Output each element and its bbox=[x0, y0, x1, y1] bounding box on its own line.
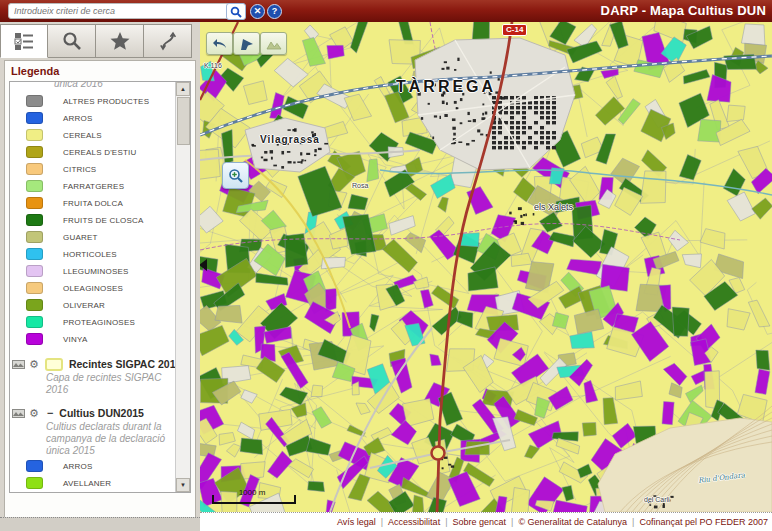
legend-swatch bbox=[26, 299, 43, 311]
legend-listbox: única 2016 ALTRES PRODUCTESARROSCEREALSC… bbox=[9, 81, 191, 493]
legend-item-label: PROTEAGINOSES bbox=[63, 318, 135, 327]
legend-item-label: GUARET bbox=[63, 233, 98, 242]
legend-swatch bbox=[26, 248, 43, 260]
footer-link[interactable]: Accessibilitat bbox=[388, 517, 440, 527]
panel-title: Llegenda bbox=[11, 65, 59, 77]
legend-content: única 2016 ALTRES PRODUCTESARROSCEREALSC… bbox=[10, 82, 175, 493]
layer-zoom-icon[interactable] bbox=[12, 360, 25, 369]
legend-item-label: FARRATGERES bbox=[63, 182, 124, 191]
legend-item-label: LLEGUMINOSES bbox=[63, 267, 129, 276]
legend-item: FRUITA DOLCA bbox=[10, 195, 175, 211]
legend-item: OLIVERAR bbox=[10, 297, 175, 313]
full-extent-button[interactable] bbox=[260, 32, 287, 55]
map-graphics bbox=[200, 22, 772, 512]
search-input[interactable] bbox=[8, 3, 230, 19]
tab-legend[interactable] bbox=[0, 24, 48, 58]
layer-dun2015-title: Cultius DUN2015 bbox=[59, 407, 144, 419]
legend-swatch bbox=[26, 163, 43, 175]
extent-mountains-icon bbox=[266, 38, 282, 50]
search-button[interactable] bbox=[226, 3, 246, 20]
footer-link[interactable]: Cofinançat pel PO FEDER 2007 bbox=[639, 517, 768, 527]
legend-swatch bbox=[26, 146, 43, 158]
legend-swatch bbox=[26, 112, 43, 124]
clipped-legend-text: única 2016 bbox=[10, 82, 175, 92]
legend-item: AVELLANER bbox=[10, 475, 175, 491]
legend-list-icon bbox=[14, 32, 34, 50]
collapse-layer-icon[interactable]: − bbox=[47, 407, 53, 419]
legend-item: CEREALS D'ESTIU bbox=[10, 144, 175, 160]
layer-zoom-icon[interactable] bbox=[12, 409, 25, 418]
map-canvas[interactable]: TÀRREGAVilagrassaels XaletsRosaK.116del … bbox=[200, 22, 772, 512]
legend-swatch bbox=[26, 197, 43, 209]
tab-bar bbox=[0, 24, 200, 60]
app-title: DARP - Mapa Cultius DUN bbox=[601, 3, 766, 18]
legend-item-label: OLIVERAR bbox=[63, 301, 105, 310]
layer-sigpac-header: ⚙ Recintes SIGPAC 2016 bbox=[10, 357, 175, 371]
footer-separator: | bbox=[632, 517, 634, 527]
star-icon bbox=[109, 31, 131, 51]
legend-item-label: OLEAGINOSES bbox=[63, 284, 123, 293]
legend-scrollbar[interactable]: ▲ ▼ bbox=[175, 82, 190, 492]
search-tab-icon bbox=[62, 31, 82, 51]
legend-item-label: ARROS bbox=[63, 114, 92, 123]
legend-swatch bbox=[26, 180, 43, 192]
tab-favorites[interactable] bbox=[96, 24, 144, 58]
legend-item-label: CEREALS bbox=[63, 131, 102, 140]
search-icon bbox=[230, 6, 242, 18]
zoom-in-box-button[interactable] bbox=[222, 162, 249, 189]
previous-extent-button[interactable] bbox=[206, 32, 233, 55]
legend-item-label: HORTICOLES bbox=[63, 250, 117, 259]
legend-item-label: FRUITS DE CLOSCA bbox=[63, 216, 144, 225]
sigpac-swatch bbox=[45, 358, 63, 371]
legend-item: BLAT DE MORO bbox=[10, 492, 175, 493]
layer-sigpac-subtitle: Capa de recintes SIGPAC 2016 bbox=[46, 372, 172, 396]
close-button[interactable]: ✕ bbox=[250, 4, 265, 19]
legend-swatch bbox=[26, 477, 43, 489]
legend-item: FRUITS DE CLOSCA bbox=[10, 212, 175, 228]
footer-bar: Avís legal|Accessibilitat|Sobre gencat|©… bbox=[200, 512, 772, 531]
legend-item: LLEGUMINOSES bbox=[10, 263, 175, 279]
legend-panel: Llegenda única 2016 ALTRES PRODUCTESARRO… bbox=[4, 60, 196, 531]
legend-item-label: ALTRES PRODUCTES bbox=[63, 97, 149, 106]
layer-dun2015-subtitle: Cultius declarats durant la campanya de … bbox=[46, 421, 172, 457]
legend-swatch bbox=[26, 231, 43, 243]
legend-item: PROTEAGINOSES bbox=[10, 314, 175, 330]
legend-item: ARROS bbox=[10, 110, 175, 126]
scroll-up-button[interactable]: ▲ bbox=[176, 82, 190, 96]
footer-link[interactable]: Avís legal bbox=[337, 517, 376, 527]
pan-tool-button[interactable] bbox=[233, 32, 260, 55]
close-icon: ✕ bbox=[254, 7, 262, 16]
legend-item: OLEAGINOSES bbox=[10, 280, 175, 296]
tab-route[interactable] bbox=[144, 24, 192, 58]
legend-swatch bbox=[26, 333, 43, 345]
header-bar: ✕ ? DARP - Mapa Cultius DUN bbox=[0, 0, 772, 22]
footer-separator: | bbox=[381, 517, 383, 527]
legend-item: GUARET bbox=[10, 229, 175, 245]
app-window: ✕ ? DARP - Mapa Cultius DUN bbox=[0, 0, 772, 531]
layer-settings-icon[interactable]: ⚙ bbox=[29, 408, 39, 419]
tab-search[interactable] bbox=[48, 24, 96, 58]
help-button[interactable]: ? bbox=[267, 4, 282, 19]
scrollbar-thumb[interactable] bbox=[177, 97, 190, 145]
legend-swatch bbox=[26, 282, 43, 294]
magnifier-plus-icon bbox=[228, 168, 244, 184]
legend-swatch bbox=[26, 95, 43, 107]
pan-arrow-icon bbox=[240, 37, 254, 51]
footer-separator: | bbox=[445, 517, 447, 527]
legend-item-label: VINYA bbox=[63, 335, 87, 344]
legend-swatch bbox=[26, 316, 43, 328]
legend-item: FARRATGERES bbox=[10, 178, 175, 194]
sidebar-collapse-handle[interactable] bbox=[200, 256, 209, 274]
back-arrow-icon bbox=[212, 38, 228, 50]
legend-item: ALTRES PRODUCTES bbox=[10, 93, 175, 109]
footer-link[interactable]: © Generalitat de Catalunya bbox=[518, 517, 627, 527]
help-icon: ? bbox=[272, 7, 278, 16]
legend-swatch bbox=[26, 460, 43, 472]
layer-sigpac-title: Recintes SIGPAC 2016 bbox=[69, 358, 181, 370]
legend-swatch bbox=[26, 129, 43, 141]
scroll-down-button[interactable]: ▼ bbox=[176, 478, 190, 492]
footer-separator: | bbox=[511, 517, 513, 527]
footer-link[interactable]: Sobre gencat bbox=[452, 517, 506, 527]
layer-settings-icon[interactable]: ⚙ bbox=[29, 359, 39, 370]
legend-item: ARROS bbox=[10, 458, 175, 474]
